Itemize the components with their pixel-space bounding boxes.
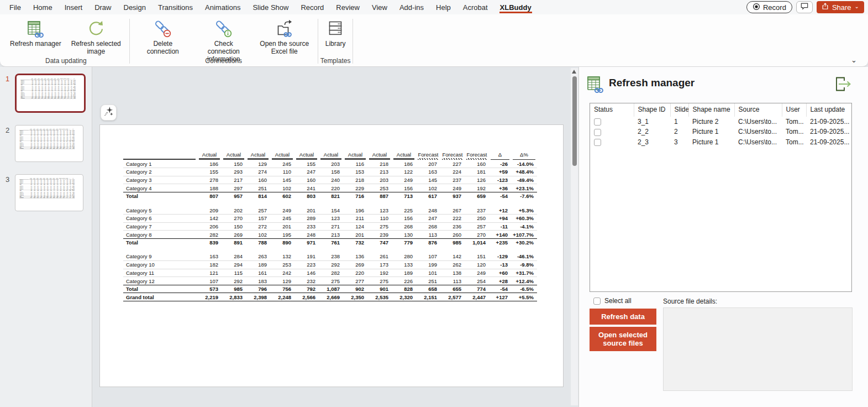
comments-button[interactable]: [796, 1, 813, 13]
ribbon-button-refresh-manager[interactable]: Refresh manager: [6, 17, 66, 48]
ribbon-button-open-the-source-excel-file[interactable]: Open the source Excel file: [254, 17, 315, 55]
slide-thumbnail-1[interactable]: ActualActualActualActualActualActualActu…: [15, 74, 86, 113]
menu-item-view[interactable]: View: [371, 1, 388, 13]
ribbon-group-data-updating: Refresh managerRefresh selected imageDat…: [3, 14, 129, 66]
source-file-details-label: Source file details:: [663, 298, 717, 305]
menu-bar: FileHomeInsertDrawDesignTransitionsAnima…: [0, 0, 868, 14]
menu-items: FileHomeInsertDrawDesignTransitionsAnima…: [0, 0, 532, 14]
ribbon-group-templates: LibraryTemplates: [319, 14, 353, 66]
thumbnail-table-preview: ActualActualActualActualActualActualActu…: [19, 129, 75, 149]
source-file-details-box: [663, 307, 853, 391]
thumbnail-table-preview: ActualActualActualActualActualActualActu…: [19, 178, 75, 199]
scrollbar-thumb[interactable]: [572, 76, 577, 166]
connection-row[interactable]: 3_11Picture 2C:\Users\to...Tom...21-09-2…: [590, 117, 851, 127]
ribbon-button-library[interactable]: Library: [321, 17, 350, 48]
slides-panel: 1ActualActualActualActualActualActualAct…: [0, 67, 92, 407]
ribbon-button-label: Library: [325, 40, 346, 48]
slide-list-item: 2ActualActualActualActualActualActualAct…: [0, 125, 92, 162]
column-header-user: User: [782, 103, 806, 117]
connection-row[interactable]: 2_22Picture 1C:\Users\to...Tom...21-09-2…: [590, 127, 851, 137]
menu-item-add-ins[interactable]: Add-ins: [399, 1, 424, 13]
refresh-manager-pane: Refresh manager StatusShape IDSlideShape…: [578, 67, 868, 407]
share-button-label: Share: [832, 3, 851, 12]
connection-row[interactable]: 2_33Picture 1C:\Users\to...Tom...21-09-2…: [590, 137, 851, 147]
share-icon: [822, 3, 829, 12]
menu-item-slide-show[interactable]: Slide Show: [252, 1, 289, 13]
slide-table[interactable]: ActualActualActualActualActualActualActu…: [123, 150, 537, 301]
menu-item-draw[interactable]: Draw: [94, 1, 112, 13]
group-separator: [129, 19, 130, 64]
group-separator: [318, 19, 318, 64]
group-separator: [353, 19, 353, 64]
thumbnail-table-preview: ActualActualActualActualActualActualActu…: [20, 79, 76, 99]
ribbon-button-delete-connection[interactable]: Delete connection: [133, 17, 193, 55]
slide-thumbnail-3[interactable]: ActualActualActualActualActualActualActu…: [15, 174, 83, 211]
connections-table: StatusShape IDSlideShape nameSourceUserL…: [590, 103, 851, 147]
record-button[interactable]: Record: [746, 1, 792, 13]
refresh-icon: [86, 19, 106, 39]
titlebar-controls: Record Share ⌄: [746, 1, 864, 13]
ribbon-button-label: Refresh selected image: [70, 40, 122, 55]
slide-thumbnail-2[interactable]: ActualActualActualActualActualActualActu…: [15, 125, 83, 162]
ribbon-group-label: Data updating: [3, 57, 129, 65]
record-icon: [753, 3, 760, 12]
menu-item-transitions[interactable]: Transitions: [157, 1, 193, 13]
menu-item-home[interactable]: Home: [33, 1, 53, 13]
export-panel-icon[interactable]: [831, 74, 855, 95]
menu-item-help[interactable]: Help: [435, 1, 451, 13]
column-header-source: Source: [734, 103, 782, 117]
ribbon-groups: Refresh managerRefresh selected imageDat…: [0, 14, 868, 66]
column-header-shape-name: Shape name: [688, 103, 734, 117]
table-link-icon: [586, 75, 604, 96]
select-all-control[interactable]: Select all: [593, 297, 632, 305]
chevron-down-icon: ⌄: [855, 3, 859, 9]
ribbon-group-label: Connections: [130, 57, 317, 65]
vertical-scrollbar[interactable]: [571, 68, 578, 405]
library-icon: [325, 19, 345, 39]
ribbon-button-check-connection-information[interactable]: Check connection information: [193, 17, 254, 63]
menu-item-insert[interactable]: Insert: [64, 1, 83, 13]
column-header-slide: Slide: [670, 103, 688, 117]
slide-canvas: ActualActualActualActualActualActualActu…: [92, 67, 578, 407]
record-button-label: Record: [763, 3, 786, 12]
designer-button[interactable]: [101, 105, 117, 121]
row-checkbox[interactable]: [594, 118, 601, 126]
application-window: FileHomeInsertDrawDesignTransitionsAnima…: [0, 0, 868, 407]
menu-item-animations[interactable]: Animations: [204, 1, 241, 13]
slide-number: 1: [0, 74, 15, 113]
column-header-status: Status: [590, 103, 634, 117]
link-delete-icon: [153, 19, 173, 39]
ribbon-group-connections: Delete connectionCheck connection inform…: [130, 14, 317, 66]
slide-number: 3: [0, 174, 15, 211]
menu-item-review[interactable]: Review: [335, 1, 360, 13]
folder-export-icon: [275, 19, 294, 39]
menu-item-file[interactable]: File: [9, 1, 22, 13]
ribbon-button-label: Delete connection: [137, 40, 189, 55]
ribbon: Refresh managerRefresh selected imageDat…: [0, 14, 868, 67]
select-all-checkbox[interactable]: [593, 298, 601, 305]
column-header-shape-id: Shape ID: [634, 103, 670, 117]
column-header-last-update: Last update: [806, 103, 851, 117]
ribbon-group-label: Templates: [319, 57, 353, 65]
row-checkbox[interactable]: [594, 139, 601, 146]
comment-icon: [800, 2, 809, 12]
share-button[interactable]: Share ⌄: [817, 1, 864, 13]
pane-title: Refresh manager: [609, 77, 695, 89]
sparkle-icon: [103, 106, 114, 119]
ribbon-button-refresh-selected-image[interactable]: Refresh selected image: [66, 17, 127, 55]
collapse-ribbon-chevron-down-icon[interactable]: ⌄: [851, 58, 857, 63]
slide-list-item: 3ActualActualActualActualActualActualAct…: [0, 174, 92, 211]
scrollbar-up-arrow-icon[interactable]: [572, 70, 576, 74]
menu-item-record[interactable]: Record: [300, 1, 324, 13]
table-link-icon: [25, 19, 45, 39]
slide-list-item: 1ActualActualActualActualActualActualAct…: [0, 74, 92, 113]
menu-item-xlbuddy[interactable]: XLBuddy: [499, 1, 532, 13]
menu-item-acrobat[interactable]: Acrobat: [462, 1, 488, 13]
slide-editing-area[interactable]: ActualActualActualActualActualActualActu…: [99, 124, 564, 387]
ribbon-button-label: Refresh manager: [10, 40, 61, 48]
ribbon-button-label: Open the source Excel file: [259, 40, 311, 55]
open-selected-source-files-button[interactable]: Open selected source files: [590, 327, 656, 351]
row-checkbox[interactable]: [594, 129, 601, 136]
refresh-data-button[interactable]: Refresh data: [590, 309, 656, 325]
menu-item-design[interactable]: Design: [123, 1, 146, 13]
